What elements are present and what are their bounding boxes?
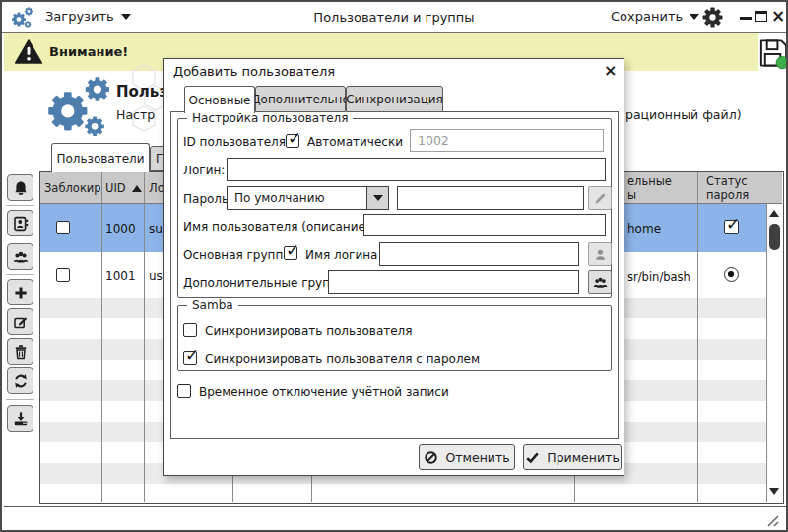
password-label: Пароль: bbox=[183, 192, 232, 206]
apply-button[interactable]: Применить bbox=[523, 444, 622, 470]
dialog-tab-label: Синхронизация bbox=[346, 93, 443, 106]
login-label: Логин: bbox=[183, 164, 225, 177]
disable-account-label: Временное отключение учётной записи bbox=[199, 385, 449, 399]
plus-icon bbox=[13, 285, 29, 300]
user-group-icon bbox=[593, 275, 608, 290]
add-user-dialog: Добавить пользователя × Основные Дополни… bbox=[163, 58, 624, 476]
bell-icon bbox=[13, 180, 29, 196]
scroll-down-icon[interactable] bbox=[769, 488, 779, 495]
password-status-radio[interactable] bbox=[724, 267, 739, 282]
password-input[interactable] bbox=[397, 186, 584, 210]
tab-users-label: Пользователи bbox=[56, 152, 144, 166]
secondary-groups-input[interactable] bbox=[328, 270, 579, 294]
settings-gear-icon[interactable] bbox=[702, 7, 723, 28]
title-bar: Загрузить Пользователи и группы Сохранит… bbox=[2, 2, 786, 33]
delete-button[interactable] bbox=[7, 338, 33, 365]
notifications-button[interactable] bbox=[7, 174, 33, 201]
sync-user-label: Синхронизировать пользователя bbox=[205, 324, 413, 338]
group-legend: Samba bbox=[187, 299, 238, 312]
dialog-title: Добавить пользователя bbox=[173, 64, 335, 79]
column-header-uid[interactable]: UID bbox=[105, 181, 126, 195]
dialog-tab-main[interactable]: Основные bbox=[184, 86, 255, 113]
cancel-label: Отменить bbox=[445, 450, 509, 465]
chevron-down-icon bbox=[366, 187, 388, 209]
user-id-label: ID пользователя: bbox=[183, 135, 290, 149]
password-mode-value: По умолчанию bbox=[228, 191, 366, 205]
group-legend: Настройка пользователя bbox=[187, 111, 353, 125]
refresh-icon bbox=[13, 373, 29, 389]
column-header-extra-line1[interactable]: ельные bbox=[627, 174, 672, 188]
import-button[interactable] bbox=[7, 405, 33, 432]
maximize-icon[interactable] bbox=[755, 11, 767, 22]
select-primary-group-button[interactable] bbox=[588, 242, 612, 266]
fullname-input[interactable] bbox=[363, 214, 606, 236]
status-bar bbox=[4, 506, 786, 532]
password-status-checkbox[interactable] bbox=[724, 220, 739, 234]
tab-users[interactable]: Пользователи bbox=[51, 143, 150, 172]
page-subtitle-left: Настр bbox=[116, 107, 155, 122]
floppy-disk-icon[interactable] bbox=[757, 36, 788, 70]
pencil-icon bbox=[593, 191, 608, 206]
login-name-checkbox[interactable] bbox=[284, 246, 297, 260]
row-locked-checkbox[interactable] bbox=[56, 221, 70, 234]
user-icon bbox=[593, 247, 608, 262]
cancel-icon bbox=[424, 450, 438, 465]
hexagon-watermark bbox=[120, 59, 167, 154]
secondary-groups-label: Дополонительные группы: bbox=[183, 276, 351, 290]
cancel-button[interactable]: Отменить bbox=[419, 444, 515, 470]
minimize-icon[interactable] bbox=[740, 17, 752, 20]
users-groups-logo bbox=[43, 72, 114, 141]
column-header-extra-line2: ы bbox=[627, 188, 636, 202]
auto-id-label: Автоматически bbox=[307, 135, 403, 149]
warning-label: Внимание! bbox=[49, 44, 128, 59]
dialog-tab-additional[interactable]: Дополнительно bbox=[255, 86, 346, 112]
dialog-tab-label: Основные bbox=[188, 94, 250, 107]
toolbar-separator bbox=[6, 205, 34, 206]
sync-user-password-checkbox[interactable] bbox=[183, 351, 197, 365]
dialog-tab-label: Дополнительно bbox=[251, 93, 350, 106]
toolbar-separator bbox=[6, 399, 34, 400]
row-login: us bbox=[149, 269, 163, 283]
user-id-input[interactable] bbox=[410, 129, 604, 152]
column-divider bbox=[101, 172, 102, 502]
warning-triangle-icon bbox=[15, 38, 42, 65]
row-uid: 1000 bbox=[105, 222, 136, 235]
login-name-label: Имя логина bbox=[305, 248, 377, 262]
app-window: Загрузить Пользователи и группы Сохранит… bbox=[0, 0, 788, 532]
user-account-button[interactable] bbox=[7, 210, 33, 236]
disable-account-checkbox[interactable] bbox=[177, 384, 191, 398]
edit-button[interactable] bbox=[7, 308, 33, 335]
sync-user-checkbox[interactable] bbox=[183, 323, 197, 337]
address-book-icon bbox=[13, 216, 29, 232]
chevron-down-icon bbox=[690, 14, 699, 20]
primary-group-label: Основная группа: bbox=[183, 248, 295, 262]
select-secondary-groups-button[interactable] bbox=[588, 270, 612, 294]
column-header-status-line1[interactable]: Статус bbox=[706, 174, 748, 188]
download-icon bbox=[13, 411, 29, 427]
sync-user-password-label: Синхронизировать пользователя с паролем bbox=[205, 352, 480, 366]
column-divider bbox=[697, 172, 698, 502]
save-menu-label: Сохранить bbox=[611, 9, 683, 24]
column-header-status-line2: пароля bbox=[706, 188, 749, 202]
primary-group-input[interactable] bbox=[379, 242, 579, 266]
column-header-locked[interactable]: Заблокир bbox=[44, 181, 101, 195]
toolbar-separator bbox=[6, 274, 34, 275]
scrollbar-thumb[interactable] bbox=[769, 224, 780, 250]
row-locked-checkbox[interactable] bbox=[56, 268, 70, 282]
edit-pencil-icon bbox=[13, 314, 29, 330]
row-uid: 1001 bbox=[105, 269, 136, 283]
add-button[interactable] bbox=[7, 279, 33, 305]
refresh-button[interactable] bbox=[7, 367, 33, 394]
scroll-up-icon[interactable] bbox=[769, 210, 779, 217]
edit-password-button[interactable] bbox=[588, 186, 612, 210]
row-login: su bbox=[149, 222, 163, 235]
auto-id-checkbox[interactable] bbox=[286, 134, 299, 148]
user-groups-button[interactable] bbox=[7, 243, 33, 270]
password-mode-select[interactable]: По умолчанию bbox=[227, 186, 389, 210]
dialog-tab-sync[interactable]: Синхронизация bbox=[346, 86, 443, 112]
login-input[interactable] bbox=[227, 158, 606, 181]
resize-grip-icon[interactable] bbox=[765, 514, 780, 528]
save-menu-button[interactable]: Сохранить bbox=[611, 9, 699, 24]
dialog-close-icon[interactable]: × bbox=[604, 61, 617, 80]
close-icon[interactable]: × bbox=[771, 8, 785, 25]
